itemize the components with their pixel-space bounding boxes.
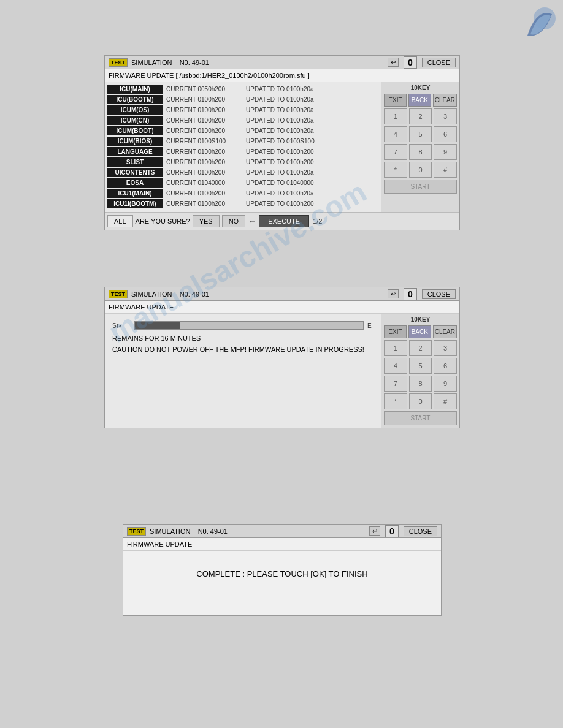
table-row: ICUM(CN) CURRENT 0100h200 UPDATED TO 010… <box>107 116 378 125</box>
table-row: ICUM(BOOT) CURRENT 0100h200 UPDATED TO 0… <box>107 126 378 135</box>
tenkey-panel-2: 10KEY EXIT BACK CLEAR 1 2 3 4 5 6 7 8 9 … <box>381 314 459 428</box>
key-3-p2[interactable]: 3 <box>434 340 457 356</box>
fw-rows-container: ICU(MAIN) CURRENT 0050h200 UPDATED TO 01… <box>105 82 381 212</box>
fw-title-3: FIRMWARE UPDATE <box>123 538 441 551</box>
key-9-p2[interactable]: 9 <box>434 376 457 392</box>
counter-2: 0 <box>404 288 417 300</box>
progress-area: S⊳ E REMAINS FOR 16 MINUTES CAUTION DO N… <box>107 316 378 358</box>
action-row-1: ALL ARE YOU SURE? YES NO ← EXECUTE 1/2 <box>105 212 459 230</box>
table-row: LANGUAGE CURRENT 0100h200 UPDATED TO 010… <box>107 147 378 156</box>
test-badge-3: TEST <box>127 527 146 536</box>
progress-bar-inner <box>135 322 180 329</box>
key-7[interactable]: 7 <box>384 144 407 160</box>
arrow-left-btn[interactable]: ← <box>248 216 256 226</box>
key-3[interactable]: 3 <box>434 108 457 124</box>
numpad-1: 1 2 3 4 5 6 7 8 9 * 0 # <box>384 108 457 178</box>
tenkey-top-row-2: EXIT BACK CLEAR <box>384 325 457 338</box>
back-icon-btn-3[interactable]: ↩ <box>369 526 380 536</box>
remains-text: REMAINS FOR 16 MINUTES <box>112 335 373 342</box>
table-row: EOSA CURRENT 01040000 UPDATED TO 0104000… <box>107 178 378 188</box>
key-7-p2[interactable]: 7 <box>384 376 407 392</box>
panel-2: TEST SIMULATION N0. 49-01 ↩ 0 CLOSE FIRM… <box>104 287 460 428</box>
key-8-p2[interactable]: 8 <box>409 376 432 392</box>
key-0[interactable]: 0 <box>409 162 432 178</box>
panel-3-header-left: TEST SIMULATION N0. 49-01 <box>127 527 228 536</box>
exit-btn-2[interactable]: EXIT <box>384 325 407 338</box>
table-row: SLIST CURRENT 0100h200 UPDATED TO 0100h2… <box>107 157 378 167</box>
key-4-p2[interactable]: 4 <box>384 358 407 374</box>
key-1-p2[interactable]: 1 <box>384 340 407 356</box>
panel-2-header: TEST SIMULATION N0. 49-01 ↩ 0 CLOSE <box>105 287 459 301</box>
panel-3: TEST SIMULATION N0. 49-01 ↩ 0 CLOSE FIRM… <box>123 524 442 616</box>
clear-btn-1[interactable]: CLEAR <box>433 94 457 107</box>
key-star[interactable]: * <box>384 162 407 178</box>
counter-1: 0 <box>404 56 417 69</box>
exit-btn-1[interactable]: EXIT <box>384 94 407 107</box>
back-icon-btn-2[interactable]: ↩ <box>388 289 399 298</box>
table-row: UICONTENTS CURRENT 0100h200 UPDATED TO 0… <box>107 168 378 177</box>
complete-text: COMPLETE : PLEASE TOUCH [OK] TO FINISH <box>136 569 429 578</box>
key-hash-p2[interactable]: # <box>434 393 457 409</box>
test-badge-1: TEST <box>109 58 128 67</box>
panel-1-header: TEST SIMULATION N0. 49-01 ↩ 0 CLOSE <box>105 56 459 69</box>
panel-1-header-left: TEST SIMULATION N0. 49-01 <box>109 58 209 67</box>
simulation-label-2: SIMULATION N0. 49-01 <box>131 290 209 298</box>
caution-text: CAUTION DO NOT POWER OFF THE MFP! FIRMWA… <box>112 346 373 353</box>
progress-row: S⊳ E <box>112 321 373 330</box>
key-5-p2[interactable]: 5 <box>409 358 432 374</box>
progress-start-label: S⊳ <box>112 322 131 329</box>
back-btn-2[interactable]: BACK <box>408 325 431 338</box>
key-2-p2[interactable]: 2 <box>409 340 432 356</box>
execute-btn[interactable]: EXECUTE <box>259 215 309 227</box>
table-row: ICUM(OS) CURRENT 0100h200 UPDATED TO 010… <box>107 105 378 115</box>
fw-title-1: FIRMWARE UPDATE [ /usbbd:1/HER2_0100h2/0… <box>105 69 459 82</box>
key-9[interactable]: 9 <box>434 144 457 160</box>
key-8[interactable]: 8 <box>409 144 432 160</box>
key-0-p2[interactable]: 0 <box>409 393 432 409</box>
table-row: ICU1I(BOOTM) CURRENT 0100h200 UPDATED TO… <box>107 199 378 208</box>
table-row: ICU1(MAIN) CURRENT 0100h200 UPDATED TO 0… <box>107 189 378 198</box>
panel-2-header-left: TEST SIMULATION N0. 49-01 <box>109 290 209 298</box>
panel-2-body: S⊳ E REMAINS FOR 16 MINUTES CAUTION DO N… <box>105 314 459 428</box>
test-badge-2: TEST <box>109 290 128 298</box>
complete-area: COMPLETE : PLEASE TOUCH [OK] TO FINISH <box>123 551 441 615</box>
close-btn-2[interactable]: CLOSE <box>422 289 456 299</box>
start-btn-2[interactable]: START <box>384 411 457 425</box>
close-btn-3[interactable]: CLOSE <box>404 526 437 536</box>
panel-3-header-right: ↩ 0 CLOSE <box>369 525 437 537</box>
all-btn[interactable]: ALL <box>107 215 133 227</box>
back-btn-1[interactable]: BACK <box>408 94 431 107</box>
no-btn[interactable]: NO <box>222 215 246 227</box>
table-row: ICU(BOOTM) CURRENT 0100h200 UPDATED TO 0… <box>107 95 378 104</box>
panel-1-header-right: ↩ 0 CLOSE <box>388 56 456 69</box>
progress-bar-outer <box>134 321 364 330</box>
table-row: ICU(MAIN) CURRENT 0050h200 UPDATED TO 01… <box>107 85 378 94</box>
tenkey-panel-1: 10KEY EXIT BACK CLEAR 1 2 3 4 5 6 7 8 9 … <box>381 82 459 212</box>
fw-title-2: FIRMWARE UPDATE <box>105 301 459 314</box>
page-info-1: 1/2 <box>313 218 322 225</box>
key-hash[interactable]: # <box>434 162 457 178</box>
key-1[interactable]: 1 <box>384 108 407 124</box>
key-4[interactable]: 4 <box>384 126 407 142</box>
back-icon-btn-1[interactable]: ↩ <box>388 58 399 67</box>
are-you-sure-label: ARE YOU SURE? <box>136 218 190 225</box>
key-5[interactable]: 5 <box>409 126 432 142</box>
yes-btn[interactable]: YES <box>193 215 220 227</box>
counter-3: 0 <box>385 525 399 537</box>
key-2[interactable]: 2 <box>409 108 432 124</box>
progress-end-label: E <box>367 322 373 329</box>
close-btn-1[interactable]: CLOSE <box>422 58 456 67</box>
key-6[interactable]: 6 <box>434 126 457 142</box>
key-star-p2[interactable]: * <box>384 393 407 409</box>
key-6-p2[interactable]: 6 <box>434 358 457 374</box>
numpad-2: 1 2 3 4 5 6 7 8 9 * 0 # <box>384 340 457 409</box>
panel-2-header-right: ↩ 0 CLOSE <box>388 288 456 300</box>
panel-3-header: TEST SIMULATION N0. 49-01 ↩ 0 CLOSE <box>123 525 441 538</box>
start-btn-1[interactable]: START <box>384 180 457 194</box>
brand-logo <box>521 5 558 43</box>
panel-1-body: ICU(MAIN) CURRENT 0050h200 UPDATED TO 01… <box>105 82 459 212</box>
simulation-label-1: SIMULATION N0. 49-01 <box>131 59 209 66</box>
table-row: ICUM(BIOS) CURRENT 0100S100 UPDATED TO 0… <box>107 137 378 146</box>
panel-1: TEST SIMULATION N0. 49-01 ↩ 0 CLOSE FIRM… <box>104 55 460 230</box>
clear-btn-2[interactable]: CLEAR <box>433 325 457 338</box>
